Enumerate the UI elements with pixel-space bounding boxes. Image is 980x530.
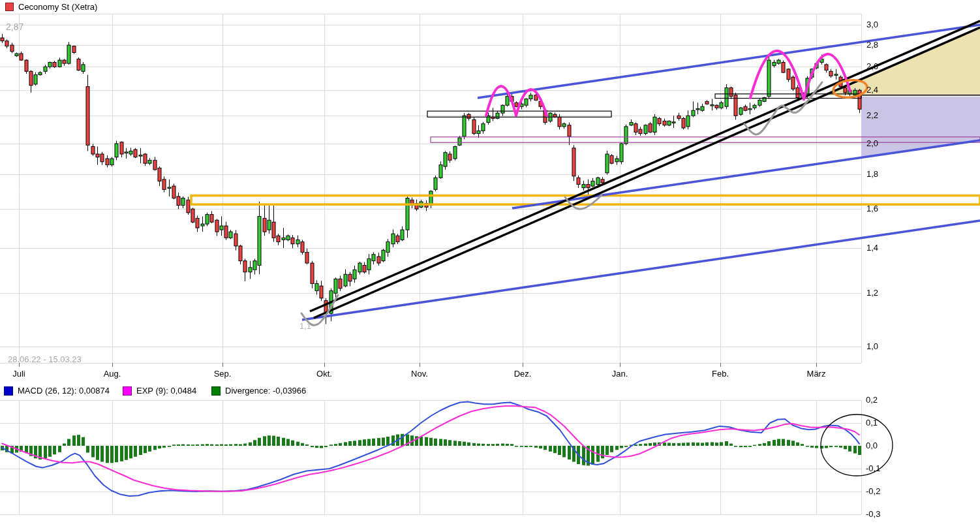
- chart-canvas[interactable]: [0, 0, 980, 530]
- series-color-icon: [5, 3, 14, 11]
- price-axis-label: 1,6: [866, 204, 878, 213]
- macd-axis-label: 0,1: [866, 418, 878, 428]
- x-axis-label: Nov.: [405, 369, 434, 379]
- divergence-swatch-icon: [211, 386, 221, 396]
- price-axis-label: 3,0: [866, 20, 878, 29]
- chart-header: Ceconomy St (Xetra): [5, 2, 97, 12]
- price-axis-label: 2,0: [866, 138, 878, 148]
- x-axis-label: Aug.: [98, 369, 127, 379]
- price-axis-label: 2,2: [866, 110, 878, 120]
- x-axis-label: Dez.: [508, 369, 537, 379]
- price-axis-label: 1,8: [866, 169, 878, 179]
- macd-swatch-icon: [4, 386, 13, 396]
- price-axis-label: 1,4: [866, 243, 878, 253]
- x-axis-label: Juli: [5, 369, 33, 379]
- price-axis-label: 2,8: [866, 40, 878, 50]
- x-axis-label: Jan.: [605, 369, 634, 379]
- macd-axis-label: -0,3: [866, 509, 880, 519]
- chart-title: Ceconomy St (Xetra): [18, 2, 97, 12]
- macd-axis-label: 0,0: [866, 441, 878, 450]
- x-axis-label: Feb.: [706, 369, 735, 379]
- last-price-label: 2,87: [6, 22, 23, 32]
- date-range-label: 28.06.22 - 15.03.23: [8, 354, 82, 364]
- macd-axis-label: -0,1: [866, 463, 880, 473]
- price-axis-label: 2,4: [866, 85, 878, 95]
- x-axis-label: Sep.: [208, 369, 237, 379]
- legend-exp-label: EXP (9): 0,0484: [136, 386, 196, 396]
- price-axis-label: 2,6: [866, 61, 878, 71]
- legend-item-macd[interactable]: MACD (26, 12): 0,00874: [4, 386, 110, 396]
- macd-axis-label: -0,2: [866, 486, 880, 496]
- x-axis-label: März: [802, 369, 831, 379]
- x-axis-label: Okt.: [310, 369, 339, 379]
- macd-axis-label: 0,2: [866, 395, 878, 405]
- exp-swatch-icon: [123, 386, 132, 396]
- price-axis-label: 1,0: [866, 341, 878, 351]
- chart-application: Ceconomy St (Xetra) 2,87 28.06.22 - 15.0…: [0, 0, 980, 530]
- legend-item-divergence[interactable]: Divergence: -0,03966: [211, 386, 306, 396]
- legend-item-exp[interactable]: EXP (9): 0,0484: [123, 386, 196, 396]
- legend-divergence-label: Divergence: -0,03966: [225, 386, 306, 396]
- legend-macd-label: MACD (26, 12): 0,00874: [18, 386, 110, 396]
- price-axis-label: 1,2: [866, 288, 878, 298]
